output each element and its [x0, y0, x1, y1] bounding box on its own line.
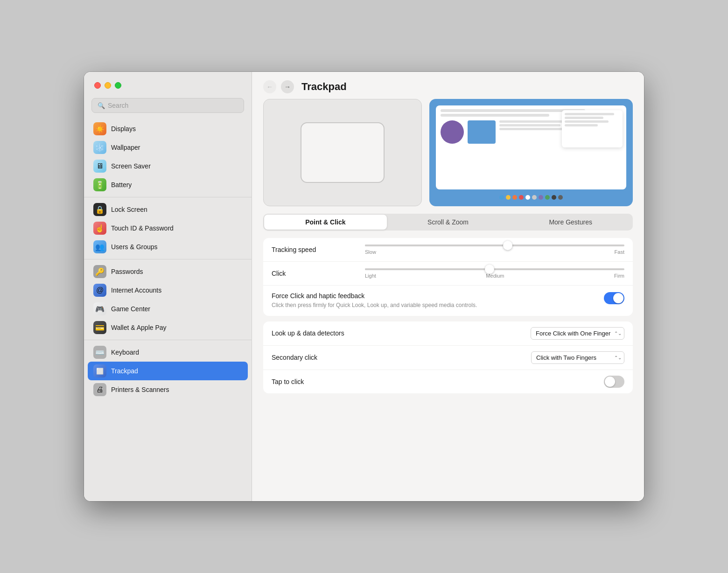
sidebar-item-screensaver[interactable]: 🖥 Screen Saver — [88, 157, 248, 175]
settings-section-dropdowns: Look up & data detectors Force Click wit… — [263, 321, 633, 393]
sidebar-item-displays[interactable]: ☀️ Displays — [88, 119, 248, 138]
sidebar-item-gamecenter[interactable]: 🎮 Game Center — [88, 300, 248, 318]
secondary-click-dropdown[interactable]: Click with Two Fingers — [531, 351, 624, 364]
internet-icon: @ — [93, 284, 106, 297]
demo-dot — [539, 195, 543, 200]
sidebar-item-keyboard[interactable]: ⌨️ Keyboard — [88, 343, 248, 362]
search-icon: 🔍 — [98, 102, 105, 109]
search-bar[interactable]: 🔍 Search — [91, 98, 244, 113]
tracking-speed-row: Tracking speed Slow Fast — [263, 238, 633, 262]
tab-scroll-zoom[interactable]: Scroll & Zoom — [387, 215, 510, 230]
tap-to-click-toggle[interactable] — [604, 376, 624, 388]
sidebar-item-passwords[interactable]: 🔑 Passwords — [88, 262, 248, 281]
click-labels: Light Medium Firm — [365, 273, 624, 279]
sidebar-divider-1 — [84, 197, 252, 197]
force-click-text: Force Click and haptic feedback Click th… — [272, 292, 596, 309]
close-button[interactable] — [94, 82, 101, 89]
sidebar-item-label: Screen Saver — [111, 162, 151, 170]
demo-dot — [525, 195, 530, 200]
tracking-speed-fill — [365, 245, 508, 246]
trackpad-graphic — [301, 122, 385, 183]
popup-line — [565, 124, 598, 126]
sidebar-item-label: Keyboard — [111, 349, 139, 356]
tracking-speed-thumb[interactable] — [503, 241, 512, 250]
tracking-speed-track[interactable] — [365, 245, 624, 246]
demo-popup — [562, 110, 623, 147]
sidebar-item-lockscreen[interactable]: 🔒 Lock Screen — [88, 200, 248, 219]
sidebar-item-users[interactable]: 👥 Users & Groups — [88, 238, 248, 256]
sidebar-item-touchid[interactable]: ☝️ Touch ID & Password — [88, 219, 248, 238]
demo-browser — [436, 105, 626, 189]
tap-to-click-label: Tap to click — [272, 378, 604, 385]
lockscreen-icon: 🔒 — [93, 203, 106, 216]
demo-dot — [512, 195, 517, 200]
tap-to-click-row: Tap to click — [263, 370, 633, 393]
sidebar-item-label: Passwords — [111, 268, 143, 275]
popup-line — [565, 120, 609, 123]
popup-line — [565, 117, 603, 119]
maximize-button[interactable] — [115, 82, 121, 89]
click-thumb[interactable] — [485, 265, 494, 274]
popup-line — [565, 113, 614, 115]
gamecenter-icon: 🎮 — [93, 302, 106, 315]
minimize-button[interactable] — [105, 82, 111, 89]
trackpad-preview — [263, 99, 422, 206]
sidebar-item-battery[interactable]: 🔋 Battery — [88, 175, 248, 194]
sidebar-group-1: ☀️ Displays ❄️ Wallpaper 🖥 Screen Saver … — [84, 119, 252, 194]
toggle-knob — [605, 377, 615, 387]
sidebar-item-label: Lock Screen — [111, 206, 147, 213]
touchid-icon: ☝️ — [93, 222, 106, 235]
force-click-toggle[interactable] — [604, 292, 624, 304]
sidebar-item-label: Game Center — [111, 305, 150, 313]
force-click-row: Force Click and haptic feedback Click th… — [263, 286, 633, 316]
trackpad-icon: ⬜ — [93, 364, 106, 377]
demo-dot — [499, 195, 504, 200]
secondary-click-dropdown-wrapper: Click with Two Fingers — [531, 351, 624, 364]
tab-point-click[interactable]: Point & Click — [264, 215, 387, 230]
sidebar-item-printers[interactable]: 🖨 Printers & Scanners — [88, 380, 248, 399]
lookup-dropdown[interactable]: Force Click with One Finger — [531, 327, 624, 340]
sidebar-group-2: 🔒 Lock Screen ☝️ Touch ID & Password 👥 U… — [84, 200, 252, 256]
demo-line — [499, 124, 560, 126]
demo-dot — [519, 195, 524, 200]
sidebar-item-label: Touch ID & Password — [111, 224, 174, 232]
settings-section-sliders: Tracking speed Slow Fast Click — [263, 238, 633, 316]
sidebar-item-wallpaper[interactable]: ❄️ Wallpaper — [88, 138, 248, 157]
forward-button[interactable]: → — [281, 80, 294, 93]
screensaver-icon: 🖥 — [93, 160, 106, 173]
content-area: Point & Click Scroll & Zoom More Gesture… — [252, 99, 644, 501]
click-control: Light Medium Firm — [365, 268, 624, 279]
demo-circle — [441, 120, 464, 144]
demo-preview — [429, 99, 633, 206]
lookup-label: Look up & data detectors — [272, 329, 531, 337]
sidebar-group-4: ⌨️ Keyboard ⬜ Trackpad 🖨 Printers & Scan… — [84, 343, 252, 399]
sidebar-item-internet[interactable]: @ Internet Accounts — [88, 281, 248, 300]
search-placeholder: Search — [108, 102, 128, 109]
demo-card — [468, 120, 496, 144]
demo-screen — [429, 99, 633, 206]
sidebar-item-label: Printers & Scanners — [111, 386, 169, 393]
sidebar-divider-2 — [84, 259, 252, 259]
tab-more-gestures[interactable]: More Gestures — [509, 215, 632, 230]
demo-dots — [436, 195, 626, 200]
click-track[interactable] — [365, 268, 624, 270]
sidebar-divider-3 — [84, 340, 252, 340]
click-light: Light — [365, 273, 376, 279]
sidebar-item-trackpad[interactable]: ⬜ Trackpad — [88, 362, 248, 380]
system-preferences-window: 🔍 Search ☀️ Displays ❄️ Wallpaper 🖥 Scre… — [84, 72, 644, 501]
traffic-lights — [94, 82, 121, 89]
toggle-knob — [613, 293, 623, 303]
click-firm: Firm — [614, 273, 624, 279]
page-title: Trackpad — [301, 81, 347, 93]
sidebar: 🔍 Search ☀️ Displays ❄️ Wallpaper 🖥 Scre… — [84, 72, 252, 501]
sidebar-group-3: 🔑 Passwords @ Internet Accounts 🎮 Game C… — [84, 262, 252, 337]
secondary-click-label: Secondary click — [272, 354, 531, 361]
sidebar-item-wallet[interactable]: 💳 Wallet & Apple Pay — [88, 318, 248, 337]
back-button[interactable]: ← — [263, 80, 276, 93]
demo-line — [441, 114, 549, 117]
sidebar-item-label: Users & Groups — [111, 243, 158, 251]
click-fill — [365, 268, 490, 270]
wallet-icon: 💳 — [93, 321, 106, 334]
sidebar-item-label: Internet Accounts — [111, 286, 161, 294]
demo-dot — [532, 195, 537, 200]
